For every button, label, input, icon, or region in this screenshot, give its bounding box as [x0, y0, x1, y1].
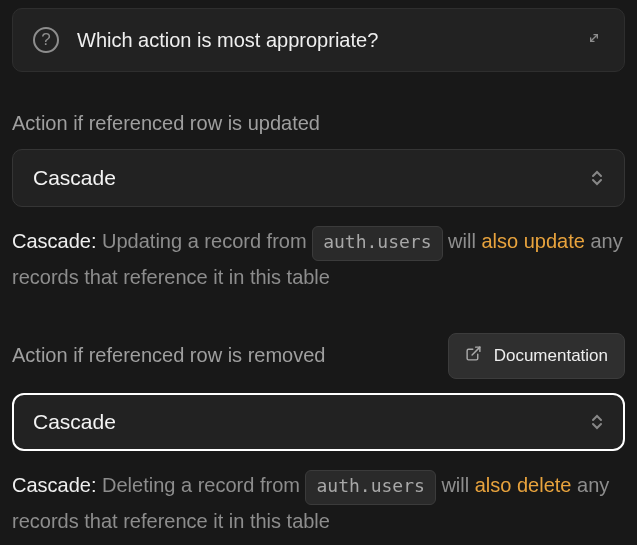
desc-text: Deleting a record from [97, 474, 306, 496]
code-chip: auth.users [312, 226, 442, 261]
desc-text: Updating a record from [97, 230, 313, 252]
chevron-up-down-icon [590, 414, 604, 430]
expand-icon[interactable] [586, 30, 602, 50]
documentation-button[interactable]: Documentation [448, 333, 625, 379]
desc-highlight: also update [481, 230, 584, 252]
question-mark-icon: ? [33, 27, 59, 53]
chevron-up-down-icon [590, 170, 604, 186]
remove-action-select[interactable]: Cascade [12, 393, 625, 451]
desc-prefix: Cascade: [12, 474, 97, 496]
update-action-description: Cascade: Updating a record from auth.use… [12, 225, 625, 293]
remove-action-description: Cascade: Deleting a record from auth.use… [12, 469, 625, 537]
svg-line-0 [472, 347, 480, 355]
external-link-icon [465, 345, 482, 367]
desc-prefix: Cascade: [12, 230, 97, 252]
remove-action-section: Action if referenced row is removed Docu… [12, 333, 625, 537]
desc-text: will [436, 474, 475, 496]
code-chip: auth.users [305, 470, 435, 505]
info-panel[interactable]: ? Which action is most appropriate? [12, 8, 625, 72]
desc-text: will [443, 230, 482, 252]
remove-action-value: Cascade [33, 410, 116, 434]
info-question-text: Which action is most appropriate? [77, 29, 378, 52]
update-action-section: Action if referenced row is updated Casc… [12, 112, 625, 293]
remove-action-label: Action if referenced row is removed [12, 344, 325, 367]
update-action-value: Cascade [33, 166, 116, 190]
update-action-select[interactable]: Cascade [12, 149, 625, 207]
documentation-label: Documentation [494, 346, 608, 366]
desc-highlight: also delete [475, 474, 572, 496]
update-action-label: Action if referenced row is updated [12, 112, 320, 135]
